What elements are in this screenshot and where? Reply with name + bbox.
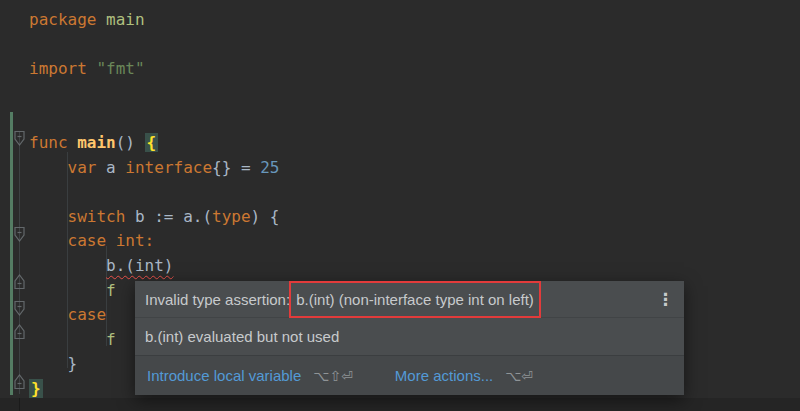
code-token: b.(int): [106, 256, 173, 275]
code-token: [29, 158, 68, 177]
fold-marker-icon[interactable]: [13, 226, 26, 243]
editor-pane: package mainimport "fmt"func main() { va…: [0, 0, 800, 411]
code-line[interactable]: [29, 82, 279, 107]
shortcut-hint: ⌥⇧⏎: [313, 368, 353, 384]
code-token: [29, 256, 106, 275]
code-line[interactable]: case int:: [29, 229, 279, 254]
code-token: main: [106, 10, 145, 29]
annotation-highlight-box: b.(int) (non-interface type int on left): [289, 281, 541, 318]
code-token: [29, 305, 68, 324]
kebab-menu-icon[interactable]: ⋮: [654, 291, 674, 308]
error-message: Invalid type assertion: b.(int) (non-int…: [145, 291, 654, 308]
code-token: [87, 59, 97, 78]
code-token: b := a.(: [125, 207, 212, 226]
introduce-local-variable-link[interactable]: Introduce local variable: [147, 367, 301, 384]
code-line[interactable]: package main: [29, 8, 279, 33]
code-line[interactable]: [29, 180, 279, 205]
code-token: [29, 330, 106, 349]
code-token: [29, 207, 68, 226]
code-token: }: [29, 379, 43, 398]
code-token: "fmt": [96, 59, 144, 78]
code-token: switch: [68, 207, 126, 226]
fold-gutter-line: [19, 132, 20, 394]
code-token: case: [68, 231, 107, 250]
code-token: [29, 231, 68, 250]
error-message-row: Invalid type assertion: b.(int) (non-int…: [135, 281, 684, 317]
code-token: [96, 10, 106, 29]
code-line[interactable]: import "fmt": [29, 57, 279, 82]
editor-bottom-edge: [0, 398, 800, 411]
fold-marker-icon[interactable]: [13, 300, 26, 317]
code-token: type: [212, 207, 251, 226]
code-token: [106, 231, 116, 250]
vcs-change-bar[interactable]: [10, 112, 13, 395]
code-line[interactable]: b.(int): [29, 254, 279, 279]
fold-marker-icon[interactable]: [13, 273, 26, 290]
fold-marker-icon[interactable]: [13, 130, 26, 147]
code-line[interactable]: func main() {: [29, 131, 279, 156]
code-token: var: [68, 158, 97, 177]
warning-message-row: b.(int) evaluated but not used: [135, 318, 684, 355]
warning-message: b.(int) evaluated but not used: [145, 328, 339, 345]
code-token: }: [29, 354, 77, 373]
code-token: [29, 281, 106, 300]
code-token: f: [106, 281, 116, 300]
code-line[interactable]: [29, 33, 279, 58]
code-line[interactable]: [29, 106, 279, 131]
code-token: import: [29, 59, 87, 78]
code-token: interface: [125, 158, 212, 177]
code-token: main: [77, 133, 116, 152]
code-line[interactable]: switch b := a.(type) {: [29, 205, 279, 230]
code-token: a: [96, 158, 125, 177]
code-line[interactable]: var a interface{} = 25: [29, 156, 279, 181]
code-token: int:: [116, 231, 155, 250]
code-token: package: [29, 10, 96, 29]
code-token: {: [145, 133, 159, 152]
error-message-prefix: Invalid type assertion:: [145, 291, 294, 308]
code-token: [68, 133, 78, 152]
more-actions-link[interactable]: More actions...: [395, 367, 493, 384]
fold-marker-icon[interactable]: [13, 373, 26, 390]
code-token: case: [68, 305, 107, 324]
code-token: func: [29, 133, 68, 152]
fold-marker-icon[interactable]: [13, 323, 26, 340]
inspection-tooltip: Invalid type assertion: b.(int) (non-int…: [135, 281, 684, 395]
code-token: f: [106, 330, 116, 349]
code-token: ) {: [251, 207, 280, 226]
code-token: (): [116, 133, 145, 152]
tooltip-actions-row: Introduce local variable ⌥⇧⏎ More action…: [135, 355, 684, 395]
gutter-separator: [19, 398, 20, 411]
code-token: 25: [260, 158, 279, 177]
shortcut-hint: ⌥⏎: [505, 368, 533, 384]
code-token: {} =: [212, 158, 260, 177]
